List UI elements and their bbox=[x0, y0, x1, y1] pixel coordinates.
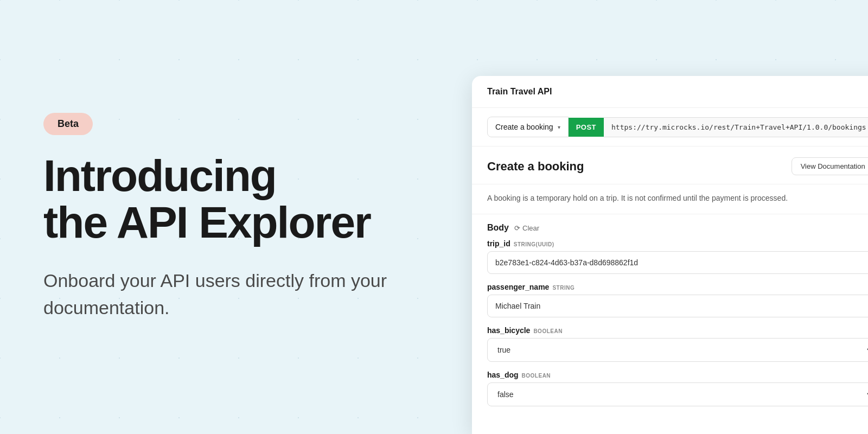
clear-button[interactable]: ⟳ Clear bbox=[514, 224, 539, 232]
section-title-row: Create a booking View Documentation bbox=[472, 146, 868, 184]
hero-title: Introducing the API Explorer bbox=[43, 152, 429, 246]
field-select-has-dog[interactable]: true false bbox=[487, 382, 868, 406]
field-group-passenger-name: passenger_name STRING bbox=[472, 283, 868, 326]
field-type-passenger-name: STRING bbox=[552, 285, 575, 291]
field-label-row-passenger-name: passenger_name STRING bbox=[487, 283, 868, 291]
api-url-display: https://try.microcks.io/rest/Train+Trave… bbox=[604, 117, 868, 137]
field-group-trip-id: trip_id STRING(UUID) bbox=[472, 239, 868, 283]
field-label-row-trip-id: trip_id STRING(UUID) bbox=[487, 239, 868, 248]
left-panel: Beta Introducing the API Explorer Onboar… bbox=[0, 0, 472, 434]
api-title: Train Travel API bbox=[487, 87, 552, 96]
hero-title-line2: the API Explorer bbox=[43, 197, 371, 247]
field-name-passenger-name: passenger_name bbox=[487, 283, 549, 291]
field-name-trip-id: trip_id bbox=[487, 239, 510, 248]
field-label-row-has-dog: has_dog BOOLEAN bbox=[487, 371, 868, 379]
field-name-has-bicycle: has_bicycle bbox=[487, 326, 530, 335]
field-input-trip-id[interactable] bbox=[487, 251, 868, 274]
api-body-section: Create a booking View Documentation A bo… bbox=[472, 146, 868, 434]
field-group-has-bicycle: has_bicycle BOOLEAN true false bbox=[472, 326, 868, 371]
api-url-bar: Create a booking ▾ POST https://try.micr… bbox=[472, 108, 868, 146]
api-explorer-card: Train Travel API Create a booking ▾ POST… bbox=[472, 76, 868, 434]
body-label: Body bbox=[487, 223, 509, 233]
field-group-has-dog: has_dog BOOLEAN true false bbox=[472, 371, 868, 415]
beta-badge: Beta bbox=[43, 113, 93, 135]
method-badge: POST bbox=[569, 118, 604, 137]
api-card-header: Train Travel API bbox=[472, 76, 868, 108]
clear-label: Clear bbox=[522, 224, 539, 232]
field-input-passenger-name[interactable] bbox=[487, 295, 868, 317]
field-type-trip-id: STRING(UUID) bbox=[514, 241, 554, 247]
hero-subtitle: Onboard your API users directly from you… bbox=[43, 267, 412, 321]
chevron-down-icon: ▾ bbox=[558, 124, 560, 130]
field-select-has-bicycle[interactable]: true false bbox=[487, 338, 868, 362]
field-name-has-dog: has_dog bbox=[487, 371, 519, 379]
endpoint-selector-label: Create a booking bbox=[495, 123, 553, 131]
field-type-has-bicycle: BOOLEAN bbox=[533, 328, 563, 334]
field-type-has-dog: BOOLEAN bbox=[522, 373, 551, 379]
clear-icon: ⟳ bbox=[514, 224, 520, 232]
body-label-row: Body ⟳ Clear bbox=[472, 214, 868, 239]
right-panel: Train Travel API Create a booking ▾ POST… bbox=[472, 0, 868, 434]
section-main-title: Create a booking bbox=[487, 159, 584, 174]
endpoint-selector[interactable]: Create a booking ▾ bbox=[487, 117, 569, 137]
section-description: A booking is a temporary hold on a trip.… bbox=[472, 184, 868, 214]
hero-title-line1: Introducing bbox=[43, 151, 276, 200]
field-label-row-has-bicycle: has_bicycle BOOLEAN bbox=[487, 326, 868, 335]
view-docs-button[interactable]: View Documentation bbox=[792, 157, 868, 175]
